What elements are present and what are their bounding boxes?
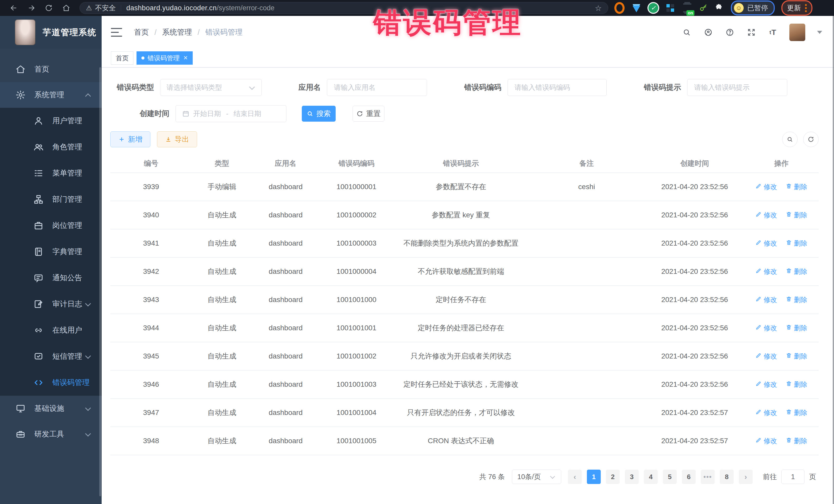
- column-header: 错误码编码: [319, 159, 394, 168]
- sidebar-item-audit-log[interactable]: 审计日志: [0, 291, 102, 317]
- home-icon[interactable]: [61, 2, 72, 14]
- delete-link[interactable]: 删除: [786, 267, 807, 276]
- add-button[interactable]: 新增: [110, 131, 150, 147]
- sidebar-item-briefcase[interactable]: 岗位管理: [0, 213, 102, 239]
- page-size-select[interactable]: 10条/页: [512, 469, 561, 484]
- close-icon[interactable]: ✕: [183, 54, 188, 61]
- delete-link[interactable]: 删除: [786, 295, 807, 304]
- reset-button[interactable]: 重置: [353, 106, 385, 122]
- fullscreen-icon[interactable]: [746, 27, 756, 38]
- browser-profile-chip[interactable]: ☺ 已暂停: [731, 1, 775, 15]
- page-button-1[interactable]: 1: [587, 469, 601, 484]
- page-button-2[interactable]: 2: [606, 469, 620, 484]
- tab-首页[interactable]: 首页: [111, 51, 133, 65]
- sidebar-item-users[interactable]: 角色管理: [0, 134, 102, 160]
- sidebar-item-monitor[interactable]: 基础设施: [0, 396, 102, 421]
- sidebar-item-code[interactable]: 错误码管理: [0, 370, 102, 396]
- chevron-down-icon[interactable]: [817, 31, 822, 34]
- pagination: 共 76 条 10条/页 ‹123456•••8› 前往 页: [110, 469, 816, 484]
- sidebar-item-menu-list[interactable]: 菜单管理: [0, 160, 102, 186]
- sidebar-item-book[interactable]: 字典管理: [0, 239, 102, 265]
- reload-icon[interactable]: [43, 2, 54, 14]
- sidebar-item-online-users[interactable]: 在线用户: [0, 317, 102, 343]
- page-content: 错误码类型 请选择错误码类型 应用名 错误码编码 错误码提示: [102, 68, 834, 504]
- browser-menu-icon[interactable]: [805, 4, 807, 12]
- delete-link[interactable]: 删除: [786, 437, 807, 445]
- delete-link[interactable]: 删除: [786, 408, 807, 417]
- page-button-3[interactable]: 3: [625, 469, 639, 484]
- edit-link[interactable]: 修改: [755, 408, 777, 417]
- app-logo-row[interactable]: 芋道管理系统: [0, 16, 102, 49]
- delete-link[interactable]: 删除: [786, 380, 807, 389]
- app-name-input[interactable]: [333, 83, 421, 92]
- edit-link[interactable]: 修改: [755, 211, 777, 220]
- trash-icon: [786, 183, 792, 191]
- show-search-toggle-button[interactable]: [782, 132, 797, 147]
- forward-icon[interactable]: [26, 2, 37, 14]
- date-range-picker[interactable]: 开始日期 - 结束日期: [176, 105, 286, 122]
- extension-list-icon[interactable]: on: [682, 3, 692, 13]
- address-bar[interactable]: ⚠ 不安全 dashboard.yudao.iocoder.cn/system/…: [80, 2, 608, 14]
- edit-link[interactable]: 修改: [755, 239, 777, 248]
- more-pages-button[interactable]: •••: [701, 469, 715, 484]
- edit-link[interactable]: 修改: [755, 380, 777, 389]
- prev-page-button[interactable]: ‹: [568, 469, 582, 484]
- page-button-8[interactable]: 8: [720, 469, 734, 484]
- sidebar-item-user[interactable]: 用户管理: [0, 108, 102, 134]
- goto-page-input[interactable]: [782, 469, 805, 484]
- back-icon[interactable]: [8, 2, 20, 14]
- bookmark-star-icon[interactable]: ☆: [595, 4, 602, 13]
- page-button-4[interactable]: 4: [644, 469, 658, 484]
- cell-hint: 定时任务的处理器已经存在: [394, 321, 528, 335]
- extensions-puzzle-icon[interactable]: [715, 4, 723, 12]
- sidebar-item-sms[interactable]: 短信管理: [0, 343, 102, 370]
- edit-link[interactable]: 修改: [755, 437, 777, 445]
- avatar[interactable]: [789, 24, 805, 41]
- plus-icon: [118, 136, 125, 143]
- cell-time: 2021-04-20 23:52:57: [645, 406, 744, 419]
- extension-on-badge: on: [686, 10, 695, 16]
- breadcrumb-home[interactable]: 首页: [134, 27, 149, 38]
- delete-link[interactable]: 删除: [786, 352, 807, 361]
- error-type-select[interactable]: 请选择错误码类型: [160, 79, 262, 96]
- error-hint-input[interactable]: [694, 83, 781, 92]
- cell-actions: 修改删除: [744, 236, 819, 250]
- refresh-table-button[interactable]: [803, 132, 819, 147]
- cell-app: dashboard: [252, 180, 319, 194]
- error-code-input[interactable]: [514, 83, 600, 92]
- search-button[interactable]: 搜索: [302, 106, 336, 122]
- next-page-button[interactable]: ›: [739, 469, 753, 484]
- github-icon[interactable]: [703, 27, 714, 38]
- sidebar-item-toolbox[interactable]: 研发工具: [0, 421, 102, 447]
- extension-gem-icon[interactable]: [631, 3, 641, 13]
- cell-type: 自动生成: [192, 207, 252, 222]
- page-button-6[interactable]: 6: [682, 469, 696, 484]
- export-button[interactable]: 导出: [157, 131, 197, 147]
- help-icon[interactable]: [725, 27, 735, 38]
- collapse-menu-icon[interactable]: [111, 28, 122, 37]
- tab-错误码管理[interactable]: 错误码管理✕: [136, 51, 193, 65]
- sidebar-item-announcement[interactable]: 通知公告: [0, 265, 102, 291]
- edit-link[interactable]: 修改: [755, 324, 777, 333]
- sidebar-item-org-tree[interactable]: 部门管理: [0, 186, 102, 213]
- sidebar-item-home[interactable]: 首页: [0, 57, 102, 82]
- extension-green-check-icon[interactable]: ✓: [648, 3, 658, 13]
- delete-link[interactable]: 删除: [786, 182, 807, 192]
- search-icon[interactable]: [682, 27, 692, 38]
- delete-link[interactable]: 删除: [786, 324, 807, 333]
- sidebar-item-gear[interactable]: 系统管理: [0, 82, 102, 108]
- font-size-icon[interactable]: tT: [768, 27, 778, 38]
- browser-update-button[interactable]: 更新: [782, 0, 812, 16]
- extension-orange-icon[interactable]: [614, 3, 624, 13]
- edit-link[interactable]: 修改: [755, 267, 777, 276]
- edit-link[interactable]: 修改: [755, 182, 777, 192]
- extension-grid-icon[interactable]: [665, 3, 675, 13]
- breadcrumb-system[interactable]: 系统管理: [162, 27, 192, 38]
- delete-link[interactable]: 删除: [786, 211, 807, 220]
- browser-toolbar: ⚠ 不安全 dashboard.yudao.iocoder.cn/system/…: [0, 0, 834, 16]
- edit-link[interactable]: 修改: [755, 352, 777, 361]
- extension-key-icon[interactable]: [699, 4, 708, 12]
- page-button-5[interactable]: 5: [663, 469, 677, 484]
- edit-link[interactable]: 修改: [755, 295, 777, 304]
- delete-link[interactable]: 删除: [786, 239, 807, 248]
